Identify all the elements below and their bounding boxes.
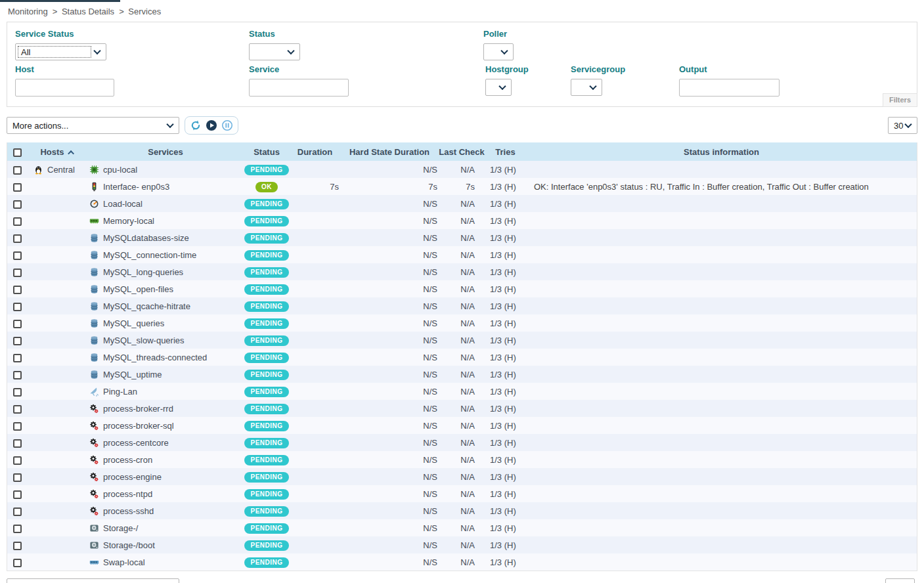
database-icon: [89, 318, 99, 328]
row-checkbox[interactable]: [13, 473, 22, 482]
servicegroup-select[interactable]: [571, 79, 602, 96]
column-header-status-information[interactable]: Status information: [526, 142, 917, 161]
service-name[interactable]: process-centcore: [103, 438, 169, 448]
service-name[interactable]: process-broker-rrd: [103, 404, 173, 414]
table-row: Ping-Lan PENDING N/S N/A 1/3 (H): [7, 383, 917, 400]
bottom-more-actions-select[interactable]: [7, 578, 179, 583]
output-input[interactable]: [679, 79, 780, 97]
service-name[interactable]: Memory-local: [103, 216, 154, 226]
row-checkbox[interactable]: [13, 286, 22, 294]
tries-value: 1/3 (H): [485, 417, 526, 434]
service-name[interactable]: MySQL_open-files: [103, 284, 173, 294]
service-name[interactable]: MySQL_uptime: [103, 370, 162, 379]
row-checkbox[interactable]: [13, 388, 22, 397]
status-badge: PENDING: [244, 318, 288, 329]
row-checkbox[interactable]: [13, 525, 22, 533]
breadcrumb-item-status-details[interactable]: Status Details: [62, 7, 114, 16]
row-checkbox[interactable]: [13, 217, 22, 226]
duration-value: [290, 383, 340, 400]
poller-select[interactable]: [483, 43, 514, 60]
database-icon: [89, 284, 99, 294]
service-name[interactable]: Swap-local: [103, 557, 145, 567]
row-checkbox[interactable]: [13, 269, 22, 277]
duration-value: [290, 553, 340, 571]
duration-value: [290, 434, 340, 451]
service-name[interactable]: MySQL_qcache-hitrate: [103, 301, 190, 311]
sort-asc-icon: [68, 150, 74, 156]
service-name[interactable]: MySQL_slow-queries: [103, 335, 185, 345]
refresh-icon[interactable]: [190, 119, 202, 131]
hard-state-duration-value: N/S: [340, 468, 439, 485]
bottom-page-size-select[interactable]: [885, 578, 915, 583]
hard-state-duration-value: N/S: [340, 383, 439, 400]
service-name[interactable]: process-sshd: [103, 506, 154, 516]
hard-state-duration-value: N/S: [340, 434, 439, 451]
filter-panel: Service Status All Status Poller Host Se…: [7, 22, 917, 107]
row-checkbox[interactable]: [13, 371, 22, 379]
row-checkbox[interactable]: [13, 456, 22, 465]
row-checkbox[interactable]: [13, 337, 22, 345]
service-status-select[interactable]: All: [15, 43, 106, 60]
row-checkbox[interactable]: [13, 422, 22, 431]
service-name[interactable]: MySQL_long-queries: [103, 267, 183, 277]
service-name[interactable]: Storage-/: [103, 523, 138, 533]
column-header-hard-state-duration[interactable]: Hard State Duration: [340, 142, 439, 161]
column-header-services[interactable]: Services: [87, 142, 244, 161]
column-header-duration[interactable]: Duration: [290, 142, 340, 161]
service-name[interactable]: MySQL_queries: [103, 318, 164, 328]
hard-state-duration-value: N/S: [340, 229, 439, 246]
satellite-icon: [89, 387, 99, 397]
storage-icon: [89, 540, 99, 550]
play-icon[interactable]: [206, 119, 217, 131]
service-name[interactable]: process-engine: [103, 472, 162, 482]
service-name[interactable]: Ping-Lan: [103, 387, 137, 397]
service-name[interactable]: process-broker-sql: [103, 421, 174, 431]
row-checkbox[interactable]: [13, 559, 22, 567]
service-name[interactable]: MySQL_threads-connected: [103, 353, 207, 362]
row-checkbox[interactable]: [13, 542, 22, 550]
column-header-hosts[interactable]: Hosts: [27, 142, 87, 161]
host-filter-input[interactable]: [15, 79, 114, 97]
filters-tab[interactable]: Filters: [883, 93, 917, 107]
table-row: Storage-/boot PENDING N/S N/A 1/3 (H): [7, 536, 917, 553]
row-checkbox[interactable]: [13, 507, 22, 516]
tries-value: 1/3 (H): [485, 195, 526, 212]
service-name[interactable]: process-ntpd: [103, 489, 152, 499]
column-header-last-check[interactable]: Last Check: [439, 142, 485, 161]
service-name[interactable]: process-cron: [103, 455, 152, 465]
hostgroup-select[interactable]: [485, 79, 512, 96]
row-checkbox[interactable]: [13, 166, 22, 175]
row-checkbox[interactable]: [13, 490, 22, 499]
host-name[interactable]: Central: [47, 165, 75, 175]
pause-icon[interactable]: [221, 119, 233, 131]
process-gear-icon: [89, 421, 99, 431]
page-size-select[interactable]: 30: [888, 117, 917, 134]
column-header-status[interactable]: Status: [244, 142, 290, 161]
select-all-checkbox[interactable]: [13, 148, 22, 157]
row-checkbox[interactable]: [13, 183, 22, 192]
row-checkbox[interactable]: [13, 251, 22, 260]
service-name[interactable]: Storage-/boot: [103, 540, 155, 550]
row-checkbox[interactable]: [13, 439, 22, 448]
status-filter-select[interactable]: [249, 43, 300, 60]
row-checkbox[interactable]: [13, 234, 22, 243]
duration-value: [290, 451, 340, 468]
cpu-icon: [89, 165, 99, 175]
page-size-value: 30: [894, 121, 903, 131]
breadcrumb-item-monitoring[interactable]: Monitoring: [8, 7, 48, 16]
row-checkbox[interactable]: [13, 303, 22, 311]
service-filter-input[interactable]: [249, 79, 349, 97]
column-header-tries[interactable]: Tries: [485, 142, 526, 161]
row-checkbox[interactable]: [13, 354, 22, 362]
service-name[interactable]: Interface- enp0s3: [103, 182, 169, 192]
table-row: MySQL_open-files PENDING N/S N/A 1/3 (H): [7, 280, 917, 297]
more-actions-select[interactable]: More actions...: [7, 117, 179, 134]
service-name[interactable]: cpu-local: [103, 165, 137, 175]
service-name[interactable]: MySQL_connection-time: [103, 250, 196, 260]
row-checkbox[interactable]: [13, 320, 22, 328]
service-name[interactable]: MySQLdatabases-size: [103, 233, 189, 243]
breadcrumb-item-services[interactable]: Services: [128, 7, 161, 16]
row-checkbox[interactable]: [13, 200, 22, 209]
service-name[interactable]: Load-local: [103, 199, 143, 209]
row-checkbox[interactable]: [13, 405, 22, 414]
